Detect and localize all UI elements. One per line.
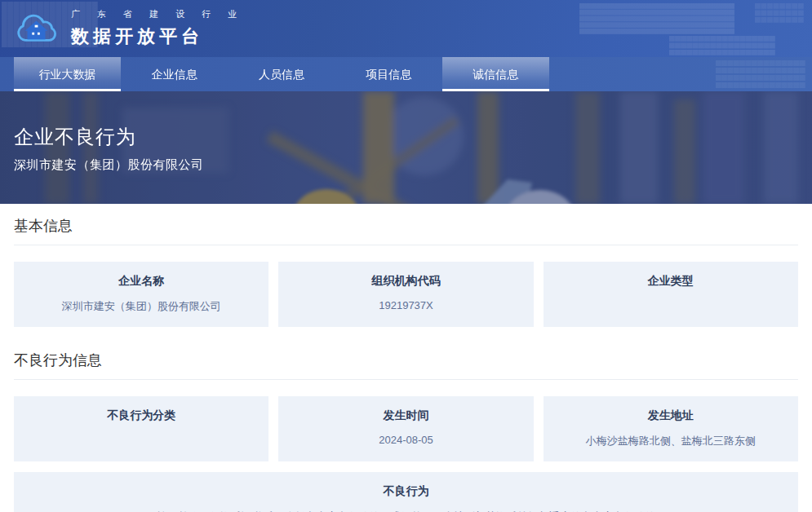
tab-project-info[interactable]: 项目信息 [335,57,442,91]
tab-enterprise-info[interactable]: 企业信息 [121,57,228,91]
card-occurrence-address: 发生地址 小梅沙盐梅路北侧、盐梅北三路东侧 [544,396,798,461]
tab-personnel-info[interactable]: 人员信息 [228,57,335,91]
platform-brand[interactable]: 广 东 省 建 设 行 业 数据开放平台 [0,0,812,57]
app-header: 广 东 省 建 设 行 业 数据开放平台 [0,0,812,57]
card-company-type: 企业类型 [544,262,798,327]
card-label: 发生时间 [288,408,523,423]
card-occurrence-time: 发生时间 2024-08-05 [278,396,533,461]
main-content: 基本信息 企业名称 深圳市建安（集团）股份有限公司 组织机构代码 1921973… [0,216,812,512]
card-value [553,299,788,300]
main-nav: 行业大数据 企业信息 人员信息 项目信息 诚信信息 [0,57,812,91]
basic-info-heading: 基本信息 [14,216,798,245]
card-value: 小梅沙盐梅路北侧、盐梅北三路东侧 [553,434,788,448]
card-value: 19219737X [288,299,523,311]
card-label: 企业类型 [553,274,788,289]
card-label: 企业名称 [24,274,259,289]
section-basic-info: 基本信息 企业名称 深圳市建安（集团）股份有限公司 组织机构代码 1921973… [14,216,798,327]
brand-region-line: 广 东 省 建 设 行 业 [71,8,244,20]
hero-banner: 企业不良行为 深圳市建安（集团）股份有限公司 [0,91,812,204]
section-bad-behavior-info: 不良行为信息 不良行为分类 发生时间 2024-08-05 发生地址 小梅沙盐梅… [14,351,798,512]
page: 广 东 省 建 设 行 业 数据开放平台 行业大数据 企业信息 人员信息 项目信… [0,0,812,512]
card-value: 2024-08-05 [288,434,523,446]
bad-behavior-cards: 不良行为分类 发生时间 2024-08-05 发生地址 小梅沙盐梅路北侧、盐梅北… [14,396,798,461]
card-value: 深圳市建安（集团）股份有限公司 [24,299,259,314]
card-label: 组织机构代码 [288,274,523,289]
tab-credit-info[interactable]: 诚信信息 [442,57,549,91]
page-title: 企业不良行为 [14,124,204,150]
card-bad-behavior-detail: 不良行为 施工单位取得资质证书后，降低安全生产条件的；或经整改仍未达到与其资质等… [14,472,798,512]
nav-tabs: 行业大数据 企业信息 人员信息 项目信息 诚信信息 [14,57,812,91]
cloud-house-logo-icon [13,11,60,46]
card-label: 不良行为分类 [24,408,259,423]
card-org-code: 组织机构代码 19219737X [278,262,533,327]
company-name-subtitle: 深圳市建安（集团）股份有限公司 [14,157,204,173]
tab-industry-bigdata[interactable]: 行业大数据 [14,57,121,91]
brand-title: 数据开放平台 [71,24,244,49]
bad-behavior-heading: 不良行为信息 [14,351,798,380]
card-label: 发生地址 [553,408,788,423]
brand-text: 广 东 省 建 设 行 业 数据开放平台 [71,8,244,49]
card-label: 不良行为 [24,484,788,499]
basic-info-cards: 企业名称 深圳市建安（集团）股份有限公司 组织机构代码 19219737X 企业… [14,262,798,327]
card-company-name: 企业名称 深圳市建安（集团）股份有限公司 [14,262,268,327]
card-value [24,434,259,435]
card-behavior-category: 不良行为分类 [14,396,268,461]
hero-text: 企业不良行为 深圳市建安（集团）股份有限公司 [14,124,204,173]
